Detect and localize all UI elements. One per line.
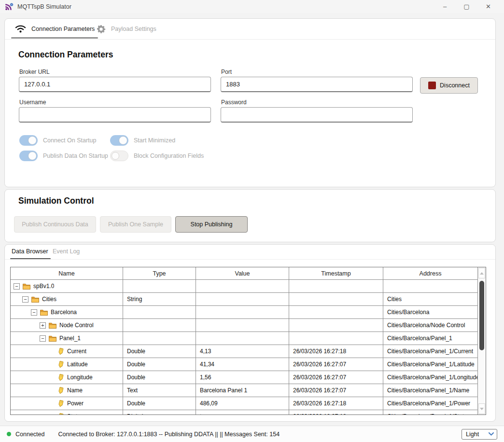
table-row[interactable]: NameTextBarcelona Panel 126/03/2026 16:2… [11, 384, 477, 397]
tab-label: Payload Settings [111, 26, 156, 32]
collapse-icon[interactable]: − [40, 335, 46, 342]
toggle-item: Block Configuration Fields [110, 150, 255, 162]
collapse-icon[interactable]: − [31, 309, 37, 316]
tab-label: Connection Parameters [31, 26, 95, 32]
table-row[interactable]: − Panel_1Cities/Barcelona/Panel_1 [11, 332, 477, 345]
close-button[interactable]: ✕ [477, 0, 499, 13]
cell-address [383, 280, 477, 292]
port-input[interactable] [221, 77, 413, 92]
cell-timestamp: 26/03/2026 16:27:07 [289, 384, 383, 397]
cell-value [196, 306, 289, 318]
cell-value [196, 332, 289, 345]
cell-value [196, 293, 289, 305]
stop-publishing-button[interactable]: Stop Publishing [175, 216, 248, 233]
toggle-publish-data-on-startup[interactable] [19, 151, 38, 161]
tab-strip: Connection Parameters Payload Settings [5, 19, 495, 40]
publish-continuous-data-button[interactable]: Publish Continuous Data [14, 216, 96, 233]
cell-timestamp [289, 332, 383, 345]
wifi-icon [15, 25, 26, 33]
cell-name: Longitude [11, 371, 123, 384]
tab-strip-divider [5, 259, 495, 260]
toggle-block-configuration-fields[interactable] [110, 151, 128, 161]
node-label: Latitude [67, 361, 88, 368]
cell-value [196, 319, 289, 332]
cell-value: 1,56 [196, 371, 289, 384]
cell-address: Cities/Barcelona/Panel_1/Name [383, 384, 477, 397]
cell-name: Power [11, 397, 123, 410]
triangle-down-icon [480, 408, 484, 410]
cell-timestamp: 26/03/2026 16:27:18 [289, 397, 383, 410]
cell-type: Double [123, 371, 196, 384]
column-header-address[interactable]: Address [383, 267, 477, 279]
window-title: MQTTspB Simulator [17, 3, 71, 10]
scroll-down-button[interactable] [478, 403, 485, 414]
tag-icon [57, 387, 64, 394]
cell-value: 486,09 [196, 397, 289, 410]
table-header: NameTypeValueTimestampAddress [11, 267, 477, 280]
collapse-icon[interactable]: − [22, 296, 28, 303]
active-tab-indicator [11, 37, 98, 39]
data-browser-card: Data Browser Event Log NameTypeValueTime… [4, 244, 496, 422]
node-label: Barcelona [51, 309, 77, 316]
column-header-name[interactable]: Name [11, 267, 123, 279]
cell-name: − Panel_1 [11, 332, 123, 345]
scrollbar-thumb[interactable] [479, 281, 484, 350]
table-row[interactable]: PowerDouble486,0926/03/2026 16:27:18Citi… [11, 397, 477, 410]
theme-select[interactable]: Light [462, 429, 497, 440]
toggle-start-minimized[interactable] [110, 135, 128, 146]
table-row[interactable]: CurrentDouble4,1326/03/2026 16:27:18Citi… [11, 345, 477, 358]
tab-data-browser[interactable]: Data Browser [12, 248, 48, 255]
cell-address: Cities/Barcelona/Node Control [383, 319, 477, 332]
folder-icon [23, 283, 30, 290]
cell-type: Double [123, 358, 196, 371]
tab-event-log[interactable]: Event Log [53, 248, 80, 255]
table-row[interactable]: − CitiesStringCities [11, 293, 477, 306]
column-header-value[interactable]: Value [196, 267, 289, 279]
status-message: Connected to Broker: 127.0.0.1:1883 -- P… [58, 431, 280, 438]
tab-payload-settings[interactable]: Payload Settings [97, 23, 156, 35]
username-input[interactable] [19, 107, 211, 123]
tab-connection-parameters[interactable]: Connection Parameters [15, 23, 95, 35]
connection-state: Connected [15, 431, 44, 438]
cell-name: + Node Control [11, 319, 123, 332]
cell-timestamp [289, 293, 383, 305]
tag-icon [57, 348, 64, 355]
tag-icon [57, 374, 64, 381]
node-label: spBv1.0 [33, 283, 54, 290]
table-row[interactable]: StatusDigitaltrue26/03/2026 16:27:18Citi… [11, 410, 477, 414]
column-header-type[interactable]: Type [123, 267, 196, 279]
maximize-button[interactable]: ▢ [456, 0, 477, 13]
cell-type [123, 319, 196, 332]
toggle-connect-on-startup[interactable] [19, 135, 38, 146]
cell-name: Name [11, 384, 123, 397]
column-header-timestamp[interactable]: Timestamp [289, 267, 383, 279]
publish-one-sample-button[interactable]: Publish One Sample [100, 216, 171, 233]
node-label: Longitude [67, 374, 93, 381]
broker-url-input[interactable] [19, 77, 211, 92]
cell-address: Cities/Barcelona/Panel_1/Status [383, 410, 477, 414]
table-row[interactable]: − BarcelonaCities/Barcelona [11, 306, 477, 319]
toggle-item: Publish Data On Startup [19, 150, 110, 162]
cell-address: Cities/Barcelona/Panel_1/Longitude [383, 371, 477, 384]
disconnect-button[interactable]: Disconnect [420, 77, 478, 94]
cell-type: Double [123, 397, 196, 410]
simulation-card: Simulation Control Publish Continuous Da… [4, 189, 496, 242]
table-row[interactable]: − spBv1.0 [11, 280, 477, 293]
cell-type: Double [123, 345, 196, 358]
tag-icon [57, 413, 64, 415]
table-row[interactable]: LongitudeDouble1,5626/03/2026 16:27:07Ci… [11, 371, 477, 384]
cell-name: Status [11, 410, 123, 414]
table-row[interactable]: LatitudeDouble41,3426/03/2026 16:27:07Ci… [11, 358, 477, 371]
vertical-scrollbar[interactable] [477, 267, 486, 414]
expand-icon[interactable]: + [40, 322, 46, 329]
cell-value: true [196, 410, 289, 414]
sim-buttons: Publish Continuous DataPublish One Sampl… [14, 216, 248, 233]
scroll-up-button[interactable] [478, 268, 485, 278]
cell-name: − spBv1.0 [11, 280, 123, 292]
password-input[interactable] [221, 107, 413, 123]
cell-name: − Cities [11, 293, 123, 305]
collapse-icon[interactable]: − [14, 283, 20, 290]
table-row[interactable]: + Node ControlCities/Barcelona/Node Cont… [11, 319, 477, 332]
minimize-button[interactable]: – [434, 0, 456, 13]
cell-timestamp [289, 280, 383, 292]
